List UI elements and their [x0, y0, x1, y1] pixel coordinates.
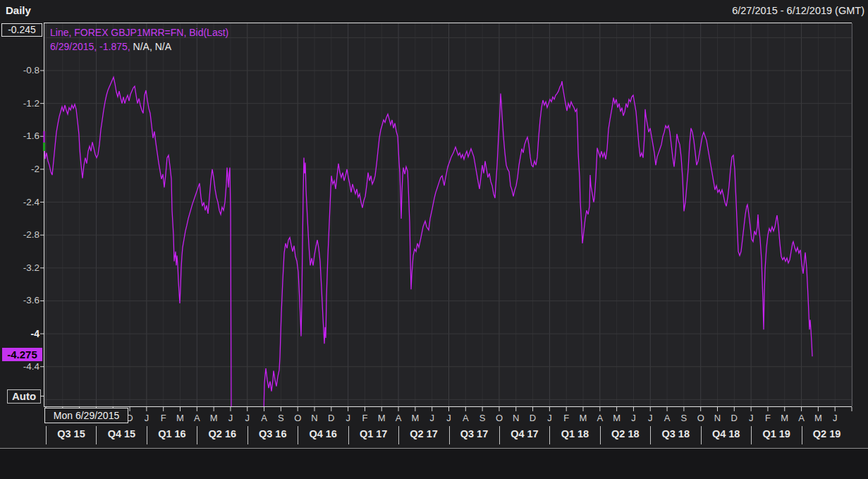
- price-chart-canvas[interactable]: [0, 0, 868, 479]
- last-value-badge: -4.275: [2, 348, 42, 361]
- date-range-label: 6/27/2015 - 6/12/2019 (GMT): [732, 5, 864, 16]
- auto-scale-button[interactable]: Auto: [7, 389, 41, 404]
- legend-cursor-na: N/A, N/A: [130, 41, 171, 52]
- legend-cursor-readout: 6/29/2015, -1.875,: [50, 41, 130, 52]
- interval-label[interactable]: Daily: [6, 4, 31, 16]
- chart-legend: Line, FOREX GBJP1MRR=FN, Bid(Last) 6/29/…: [50, 25, 228, 54]
- cursor-position-marker: [43, 143, 45, 151]
- chart-window: Daily 6/27/2015 - 6/12/2019 (GMT) Line, …: [0, 0, 868, 479]
- cursor-date-box: Mon 6/29/2015: [44, 408, 128, 423]
- price-line: [44, 77, 231, 413]
- price-line: [264, 81, 812, 413]
- cursor-value-box: -0.245: [1, 23, 42, 37]
- cursor-line-marker: [44, 131, 45, 143]
- legend-series-title: Line, FOREX GBJP1MRR=FN, Bid(Last): [50, 27, 228, 38]
